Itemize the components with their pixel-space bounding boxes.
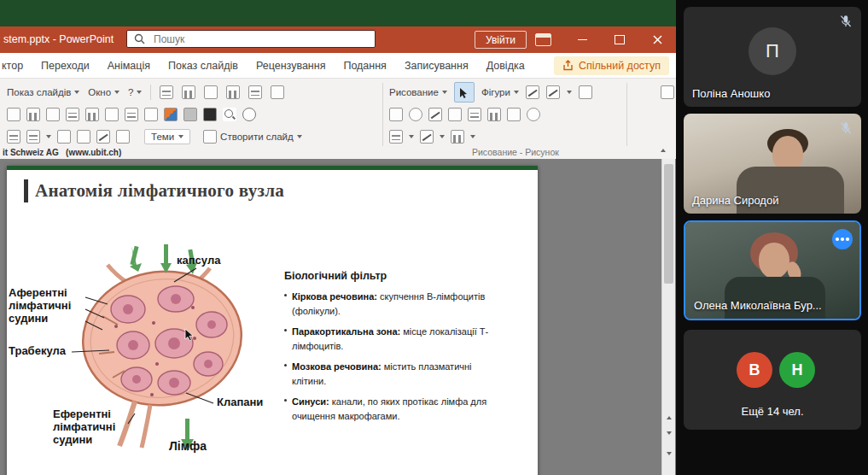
paste-icon[interactable] [7,108,20,121]
shapes-menu[interactable]: Фігури [481,87,519,97]
participant-tile-daryna[interactable]: Дарина Сиродой [684,114,861,214]
top-green-strip [0,0,676,26]
fill-black-icon[interactable] [203,108,217,121]
participant-name: Дарина Сиродой [692,194,778,207]
columns-icon[interactable] [226,85,240,99]
tab-animations[interactable]: Анімація [108,60,150,72]
text-lines-icon[interactable] [66,108,79,121]
scroll-down-button[interactable] [663,448,674,460]
group-avatar: В [737,352,772,388]
avatar-initial: П [766,40,779,62]
new-slide-button[interactable]: Створити слайд [203,130,302,144]
slide-canvas[interactable]: Анатомія лімфатичного вузла [7,166,538,475]
share-button[interactable]: Спільний доступ [554,56,669,75]
histogram-icon[interactable] [85,108,99,121]
table-icon[interactable] [204,85,218,99]
next-slide-button[interactable] [663,427,674,439]
help-menu-label: ? [128,87,133,97]
dash-style-chevron[interactable] [440,135,445,138]
bullet-item: Мозкова речовина: містить плазматичні кл… [284,360,508,389]
themes-menu[interactable]: Теми [144,129,190,144]
mouse-cursor [184,328,195,342]
slide-accent-line [7,166,538,170]
close-button[interactable] [640,26,674,53]
slideshow-menu[interactable]: Показ слайдів [7,87,79,97]
fill-gradient-icon[interactable] [164,108,178,121]
title-accent-bar [24,179,28,202]
window-menu[interactable]: Окно [88,87,119,97]
tab-view[interactable]: Подання [343,60,386,72]
sign-in-button[interactable]: Увійти [475,31,527,49]
text-align-icon[interactable] [468,108,481,121]
collapse-ribbon-button[interactable] [659,142,667,155]
shape-circle-icon[interactable] [409,108,422,121]
select-tool-button[interactable] [454,82,475,103]
screen: stem.pptx - PowerPoint Увійти ктор [0,0,868,475]
themes-menu-label: Теми [151,132,174,142]
tab-help[interactable]: Довідка [486,60,525,72]
shape-fill-icon[interactable] [389,108,403,121]
chart-icon[interactable] [182,85,195,99]
image-icon[interactable] [105,108,119,121]
cursor-icon [459,87,469,98]
help-menu[interactable]: ? [128,87,142,97]
label-afferent-vessels: Аферентні лімфатичні судини [9,287,71,325]
participant-tile-polina[interactable]: П Поліна Аношко [684,7,861,107]
list-icon[interactable] [248,85,262,99]
ribbon: Показ слайдів Окно ? Рисование Фігури [0,79,676,160]
chart-bars-icon[interactable] [26,108,40,121]
tab-review[interactable]: Рецензування [256,60,325,72]
label-valves: Клапани [217,396,263,409]
format-extra-icon[interactable] [507,108,521,121]
more-options-button[interactable] [832,229,853,249]
insert-table-icon[interactable] [46,108,60,121]
strikethrough-icon[interactable] [96,130,110,144]
extra-tool-icon[interactable] [661,85,674,99]
tab-slideshow[interactable]: Показ слайдів [168,60,238,72]
ribbon-tab-strip: ктор Переходи Анімація Показ слайдів Рец… [0,53,676,79]
smartart-icon[interactable] [144,108,158,121]
indent-icon[interactable] [116,130,130,144]
line-style-chevron[interactable] [409,135,414,138]
help-circle-icon[interactable] [242,108,256,121]
outline-view-icon[interactable] [160,85,173,99]
arrow-tool-icon[interactable] [546,85,560,99]
zoom-icon[interactable] [223,108,236,121]
fill-gray-icon[interactable] [184,108,197,121]
line-tool-icon[interactable] [526,85,539,99]
list-dropdown-chevron[interactable] [46,135,51,138]
align-grid-icon[interactable] [448,108,462,121]
drawing-menu[interactable]: Рисование [389,87,447,97]
slide-scrollbar[interactable] [661,159,675,475]
maximize-button[interactable] [603,26,637,53]
line-style-icon[interactable] [389,130,403,144]
tab-recording[interactable]: Записування [405,60,469,72]
layout-icon[interactable] [271,85,284,99]
arrange-icon[interactable] [451,130,464,144]
font-grow-icon[interactable] [57,130,71,144]
notes-icon[interactable] [125,108,138,121]
previous-slide-button[interactable] [663,412,674,424]
search-input[interactable] [152,32,375,46]
tools-dropdown-chevron[interactable] [567,91,572,94]
body-heading: Біологічний фільтр [284,270,508,282]
label-capsule: капсула [177,255,220,267]
tab-design-partial[interactable]: ктор [2,60,23,72]
distribute-icon[interactable] [487,108,501,121]
participant-tile-olena-active-speaker[interactable]: Олена Миколаївна Бур... [684,220,861,320]
font-shrink-icon[interactable] [77,130,90,144]
more-participants-tile[interactable]: В Н Ещё 14 чел. [684,330,861,430]
ribbon-display-options-icon[interactable] [526,26,560,53]
arrange-chevron[interactable] [470,135,475,138]
scrollbar-thumb[interactable] [664,164,673,284]
numbered-list-icon[interactable] [26,130,40,144]
drawing-menu-label: Рисование [389,87,439,97]
dash-style-icon[interactable] [420,130,434,144]
textbox-tool-icon[interactable] [579,85,592,99]
color-wheel-icon[interactable] [527,108,540,121]
tab-transitions[interactable]: Переходи [41,60,90,72]
minimize-button[interactable] [565,26,599,53]
pen-icon[interactable] [428,108,442,121]
search-box[interactable] [126,30,376,48]
bullet-list-icon[interactable] [7,130,20,144]
